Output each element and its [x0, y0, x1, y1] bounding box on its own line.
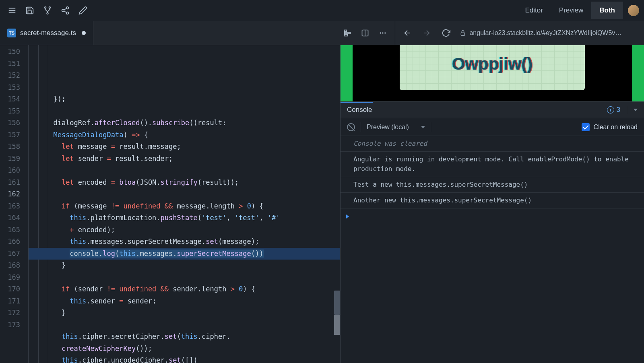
clear-on-reload-toggle[interactable]: Clear on reload: [582, 123, 638, 131]
code-line[interactable]: let encoded = btoa(JSON.stringify(result…: [29, 177, 340, 189]
code-line[interactable]: if (message != undefined && message.leng…: [29, 200, 340, 212]
url-text: angular-io23.stackblitz.io/#eyJtZXNzYWdl…: [469, 29, 621, 37]
code-line[interactable]: this.messages.superSecretMessage.set(mes…: [29, 236, 340, 248]
console-line: Angular is running in development mode. …: [341, 152, 644, 177]
chevron-down-icon[interactable]: [634, 109, 638, 111]
code-line[interactable]: console.log(this.messages.superSecretMes…: [29, 248, 340, 260]
share-button[interactable]: [56, 2, 74, 19]
preview-pane: Owppjiw() Console i 3 Preview (local) Cl…: [340, 45, 644, 363]
render-decoration: [341, 45, 353, 101]
svg-line-10: [64, 8, 66, 10]
code-line[interactable]: }: [29, 260, 340, 272]
checkbox-checked-icon: [582, 123, 590, 131]
console-scope-label: Preview (local): [367, 124, 409, 131]
scrollbar-thumb[interactable]: [334, 315, 340, 335]
code-line[interactable]: let message = result.message;: [29, 141, 340, 153]
code-line[interactable]: dialogRef.afterClosed().subscribe((resul…: [29, 117, 340, 129]
console-header: Console i 3: [341, 101, 644, 118]
code-area[interactable]: }); dialogRef.afterClosed().subscribe((r…: [28, 45, 340, 363]
view-tab-editor[interactable]: Editor: [517, 2, 551, 19]
code-line[interactable]: this.cipher.uncodedCipher.set([]): [29, 355, 340, 363]
line-number-gutter: 1501511521531541551561571581591601611621…: [0, 45, 28, 363]
code-line[interactable]: [29, 165, 340, 177]
main: 1501511521531541551561571581591601611621…: [0, 45, 644, 363]
avatar[interactable]: [628, 5, 639, 16]
console-body[interactable]: Console was clearedAngular is running in…: [341, 136, 644, 363]
editor-pane[interactable]: 1501511521531541551561571581591601611621…: [0, 45, 340, 363]
preview-render[interactable]: Owppjiw(): [341, 45, 644, 101]
svg-point-4: [49, 7, 51, 8]
scrollbar-thumb[interactable]: [334, 291, 340, 315]
render-decoration: [632, 45, 644, 101]
clear-console-button[interactable]: [347, 123, 355, 131]
svg-point-5: [47, 13, 48, 14]
svg-point-8: [66, 12, 69, 14]
svg-point-18: [385, 32, 386, 33]
typescript-icon: TS: [7, 29, 16, 37]
lock-icon: [460, 30, 466, 36]
info-icon: i: [607, 106, 614, 113]
console-prompt[interactable]: [341, 208, 644, 225]
console-toolbar: Preview (local) Clear on reload: [341, 118, 644, 136]
render-text: Owppjiw(): [452, 54, 533, 74]
view-tab-preview[interactable]: Preview: [551, 2, 591, 19]
svg-line-9: [64, 11, 66, 12]
url-box[interactable]: angular-io23.stackblitz.io/#eyJtZXNzYWdl…: [456, 29, 641, 37]
code-line[interactable]: });: [29, 93, 340, 105]
svg-point-6: [66, 7, 69, 9]
code-line[interactable]: [29, 319, 340, 331]
more-actions-button[interactable]: [374, 24, 392, 42]
browser-bar: angular-io23.stackblitz.io/#eyJtZXNzYWdl…: [395, 21, 644, 45]
file-tab[interactable]: TS secret-message.ts: [0, 21, 93, 45]
code-line[interactable]: [29, 272, 340, 284]
svg-point-3: [45, 7, 46, 8]
svg-point-16: [380, 32, 381, 33]
file-tab-name: secret-message.ts: [20, 29, 76, 37]
console-line: Test a new this.messages.superSecretMess…: [341, 177, 644, 193]
code-line[interactable]: [29, 188, 340, 200]
topbar: Editor Preview Both: [0, 0, 644, 21]
code-line[interactable]: }: [29, 307, 340, 319]
format-button[interactable]: [339, 24, 356, 42]
tabbar: TS secret-message.ts angular-io23.stackb…: [0, 21, 644, 45]
edit-button[interactable]: [74, 2, 92, 19]
code-line[interactable]: this.cipher.secretCipher.set(this.cipher…: [29, 331, 340, 343]
code-line[interactable]: if (sender != undefined && sender.length…: [29, 283, 340, 295]
console-count: 3: [617, 106, 620, 114]
code-line[interactable]: MessageDialogData) => {: [29, 129, 340, 141]
save-button[interactable]: [21, 2, 39, 19]
console-scope-dropdown[interactable]: Preview (local): [367, 124, 425, 131]
svg-rect-11: [345, 30, 347, 31]
svg-rect-21: [461, 33, 465, 35]
split-editor-button[interactable]: [356, 24, 374, 42]
hamburger-menu-button[interactable]: [3, 2, 21, 19]
browser-forward-button[interactable]: [418, 24, 436, 42]
console-tab[interactable]: Console: [347, 106, 372, 114]
view-tab-both[interactable]: Both: [591, 2, 623, 19]
clear-on-reload-label: Clear on reload: [594, 124, 638, 131]
svg-rect-12: [345, 32, 351, 33]
code-line[interactable]: createNewCipherKey());: [29, 343, 340, 355]
code-line[interactable]: this.sender = sender;: [29, 295, 340, 307]
svg-point-7: [62, 9, 64, 12]
render-card: Owppjiw(): [400, 45, 585, 90]
console-line: Console was cleared: [341, 136, 644, 152]
svg-point-17: [382, 32, 384, 33]
chevron-down-icon: [421, 126, 425, 128]
svg-rect-13: [345, 34, 348, 36]
code-line[interactable]: [29, 105, 340, 118]
fork-button[interactable]: [39, 2, 56, 19]
code-line[interactable]: + encoded);: [29, 224, 340, 236]
console-line: Another new this.messages.superSecretMes…: [341, 193, 644, 208]
code-line[interactable]: this.platformLocation.pushState('test', …: [29, 212, 340, 224]
dirty-indicator-icon: [82, 31, 86, 35]
browser-reload-button[interactable]: [437, 24, 455, 42]
editor-scrollbar[interactable]: [334, 45, 340, 363]
code-line[interactable]: let sender = result.sender;: [29, 153, 340, 165]
browser-back-button[interactable]: [398, 24, 416, 42]
